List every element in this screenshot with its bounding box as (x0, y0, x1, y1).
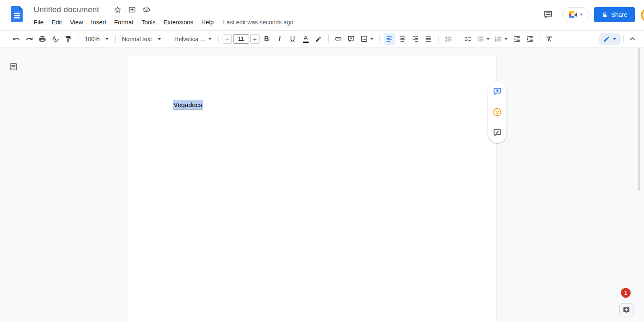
underline-button[interactable]: U (287, 33, 299, 45)
chevron-down-icon (105, 37, 109, 41)
chevron-down-icon (486, 37, 490, 41)
separator (328, 35, 329, 43)
increase-font-size-button[interactable]: + (250, 34, 260, 44)
meet-icon (568, 10, 578, 19)
header: Untitled document File Edit View Insert … (0, 0, 644, 30)
paragraph-style-select[interactable]: Normal text (119, 33, 164, 45)
chevron-down-icon (613, 37, 617, 41)
menu-help[interactable]: Help (197, 18, 218, 26)
document-canvas: Vegadocs 1 (0, 47, 644, 322)
menu-file[interactable]: File (30, 18, 47, 26)
scrollbar-thumb[interactable] (638, 48, 640, 191)
document-title[interactable]: Untitled document (34, 5, 99, 14)
document-text-line[interactable]: Vegadocs (173, 101, 203, 109)
account-avatar[interactable] (641, 8, 644, 22)
spellcheck-button[interactable] (49, 33, 61, 45)
quick-actions-panel (488, 81, 506, 143)
last-edit-link[interactable]: Last edit was seconds ago (223, 19, 293, 26)
font-size-value: 11 (238, 36, 244, 42)
italic-button[interactable]: I (274, 33, 286, 45)
text-color-button[interactable]: A (300, 33, 312, 45)
notification-badge: 1 (621, 288, 631, 298)
add-comment-button[interactable] (345, 33, 357, 45)
insert-emoji-button[interactable] (492, 107, 502, 117)
menu-format[interactable]: Format (110, 18, 138, 26)
cloud-status-icon[interactable] (142, 5, 151, 14)
separator (458, 35, 458, 43)
show-outline-button[interactable] (9, 62, 18, 71)
decrease-font-size-button[interactable]: − (223, 34, 232, 44)
numbered-list-button[interactable] (493, 33, 510, 45)
font-select[interactable]: Helvetica ... (172, 33, 215, 45)
chevron-down-icon (208, 37, 212, 41)
menu-edit[interactable]: Edit (47, 18, 66, 26)
bulleted-list-icon (477, 35, 484, 43)
menu-tools[interactable]: Tools (138, 18, 160, 26)
menu-insert[interactable]: Insert (87, 18, 110, 26)
align-center-button[interactable] (397, 33, 408, 45)
underline-icon: U (290, 35, 295, 43)
menu-view[interactable]: View (66, 18, 87, 26)
toolbar: 100% Normal text Helvetica ... − 11 + B … (0, 30, 644, 47)
separator (438, 35, 439, 43)
insert-image-button[interactable] (358, 33, 376, 45)
chevron-down-icon (504, 37, 508, 41)
zoom-value: 100% (85, 36, 100, 42)
separator (78, 35, 78, 43)
menu-extensions[interactable]: Extensions (160, 18, 197, 26)
separator (115, 35, 116, 43)
italic-icon: I (278, 35, 281, 43)
numbered-list-icon (495, 35, 502, 43)
chevron-down-icon (157, 37, 161, 41)
paint-format-button[interactable] (62, 33, 74, 45)
redo-button[interactable] (23, 33, 35, 45)
chevron-down-icon (370, 37, 374, 41)
move-folder-icon[interactable] (128, 5, 136, 14)
insert-link-button[interactable] (332, 33, 344, 45)
align-left-button[interactable] (384, 33, 395, 45)
increase-indent-button[interactable] (524, 33, 536, 45)
align-right-button[interactable] (410, 33, 421, 45)
separator (168, 35, 168, 43)
menu-bar: File Edit View Insert Format Tools Exten… (30, 18, 293, 26)
font-size-input[interactable]: 11 (233, 34, 249, 44)
image-icon (360, 35, 368, 43)
open-comments-button[interactable] (543, 9, 553, 20)
join-call-button[interactable] (562, 7, 589, 22)
separator (218, 35, 219, 43)
justify-button[interactable] (423, 33, 434, 45)
selected-text[interactable]: Vegadocs (173, 100, 203, 110)
bulleted-list-button[interactable] (475, 33, 492, 45)
paragraph-style-value: Normal text (122, 36, 154, 42)
assistant-icon (622, 306, 631, 314)
suggest-edits-button[interactable] (492, 128, 502, 138)
assistant-button[interactable] (619, 303, 634, 317)
hide-menus-button[interactable] (626, 33, 638, 45)
highlight-color-button[interactable] (313, 33, 325, 45)
line-spacing-button[interactable] (442, 33, 454, 45)
bold-button[interactable]: B (261, 33, 273, 45)
share-button-label: Share (611, 11, 627, 18)
star-icon[interactable] (114, 5, 122, 14)
share-button[interactable]: Share (594, 7, 635, 22)
separator (379, 35, 380, 43)
font-value: Helvetica ... (174, 36, 205, 42)
decrease-indent-button[interactable] (511, 33, 523, 45)
undo-button[interactable] (10, 33, 22, 45)
lock-icon (602, 12, 608, 18)
pencil-icon (603, 36, 610, 42)
separator (623, 35, 624, 43)
google-docs-logo[interactable] (11, 6, 23, 22)
print-button[interactable] (36, 33, 48, 45)
editing-mode-button[interactable] (599, 33, 621, 45)
bold-icon: B (264, 35, 269, 43)
separator (540, 35, 540, 43)
meet-dropdown-icon (579, 13, 583, 16)
zoom-select[interactable]: 100% (82, 33, 112, 45)
plus-icon: + (253, 35, 257, 42)
checklist-button[interactable] (462, 33, 474, 45)
document-page[interactable]: Vegadocs (128, 56, 497, 322)
clear-formatting-button[interactable] (544, 33, 556, 45)
text-color-icon: A (303, 35, 309, 43)
insert-comment-button[interactable] (492, 86, 502, 97)
